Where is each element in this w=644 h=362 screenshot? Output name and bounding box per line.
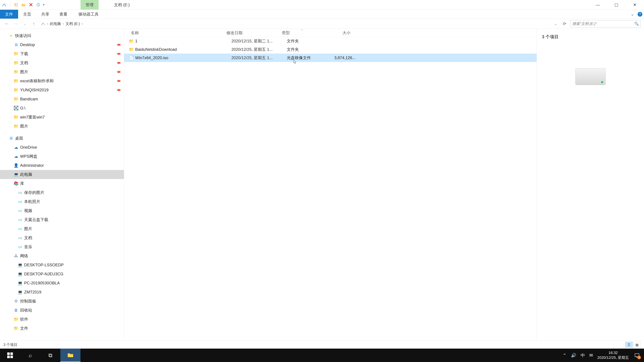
sidebar-item[interactable]: 👤 Administrator bbox=[0, 161, 124, 170]
folder-icon: 📁 bbox=[14, 326, 18, 331]
file-row[interactable]: 📁 BaiduNetdiskDownload 2020/12/25, 星期五 1… bbox=[124, 45, 537, 54]
library-item-icon: ▭ bbox=[18, 217, 22, 222]
sidebar-item[interactable]: 📁 YUNQISHI2019📌 bbox=[0, 85, 124, 94]
sidebar-desktop-root[interactable]: 🖥桌面 bbox=[0, 134, 124, 143]
chevron-right-icon[interactable]: › bbox=[62, 22, 64, 26]
qat-customize-dropdown-icon[interactable]: ▾ bbox=[43, 3, 44, 6]
breadcrumb-root-icon[interactable] bbox=[41, 22, 45, 25]
start-button[interactable] bbox=[0, 349, 20, 362]
sidebar-network-root[interactable]: 🖧网络 bbox=[0, 251, 124, 260]
sidebar-item-label: WPS网盘 bbox=[20, 154, 38, 159]
tray-volume-icon[interactable]: 🔊 bbox=[571, 353, 576, 358]
sidebar-item-label: 此电脑 bbox=[20, 172, 32, 177]
view-thumbnails-button[interactable]: ▦ bbox=[633, 342, 641, 348]
search-box[interactable]: 🔍 bbox=[570, 20, 641, 27]
sidebar-item-label: 回收站 bbox=[20, 308, 32, 313]
sidebar-item[interactable]: ▭ 保存的图片 bbox=[0, 188, 124, 197]
action-center-button[interactable]: 3 bbox=[633, 352, 641, 359]
nav-back-button[interactable]: ← bbox=[3, 20, 10, 27]
sidebar-quick-access[interactable]: ★快速访问 bbox=[0, 31, 124, 40]
sort-indicator-icon: ⌃ bbox=[300, 29, 303, 32]
sidebar-item[interactable]: ▭ 图片 bbox=[0, 224, 124, 233]
close-button[interactable]: ✕ bbox=[626, 0, 644, 9]
folder-icon: 📁 bbox=[14, 97, 18, 101]
file-row[interactable]: 📁 1 2020/12/15, 星期二 1... 文件夹 bbox=[124, 37, 537, 45]
nav-recent-dropdown-icon[interactable]: ⌄ bbox=[22, 20, 28, 27]
sidebar-item[interactable]: 🗑 回收站 bbox=[0, 306, 124, 315]
sidebar-item[interactable]: 📁 文档📌 bbox=[0, 58, 124, 67]
sidebar-item-label: DESKTOP-NJEU3CG bbox=[24, 272, 64, 276]
file-row[interactable]: 📄 Win7x64_2020.iso 2020/12/25, 星期五 1... … bbox=[124, 54, 537, 62]
ribbon-tab-drive-tools[interactable]: 驱动器工具 bbox=[74, 10, 104, 18]
ribbon-tab-home[interactable]: 主页 bbox=[18, 10, 36, 18]
tray-overflow-icon[interactable]: ⌃ bbox=[563, 353, 566, 358]
sidebar-item[interactable]: 💽 G:\ bbox=[0, 104, 124, 113]
sidebar-item[interactable]: ☁ WPS网盘 bbox=[0, 152, 124, 161]
column-header-size[interactable]: 大小 bbox=[324, 30, 352, 35]
help-icon[interactable]: ? bbox=[638, 12, 642, 16]
sidebar-item[interactable]: 💻 PC-20190530OBLA bbox=[0, 279, 124, 288]
sidebar-item[interactable]: 💻 DESKTOP-NJEU3CG bbox=[0, 270, 124, 279]
ribbon-tab-file[interactable]: 文件 bbox=[0, 10, 18, 18]
minimize-button[interactable]: — bbox=[589, 0, 607, 9]
navigation-pane[interactable]: ★快速访问 🖥 Desktop📌 📁 下载📌 📁 文档📌 📁 图片📌 📁 exc… bbox=[0, 29, 124, 341]
nav-forward-button[interactable]: → bbox=[12, 20, 19, 27]
file-list[interactable]: 名称 修改日期 类型 大小 ⌃ 📁 1 2020/12/15, 星期二 1...… bbox=[124, 29, 537, 341]
sidebar-item-label: 控制面板 bbox=[20, 299, 36, 304]
chevron-right-icon[interactable]: › bbox=[46, 22, 49, 26]
taskbar-clock[interactable]: 16:32 2020/12/25, 星期五 bbox=[598, 351, 629, 360]
sidebar-item[interactable]: ▭ 天翼云盘下载 bbox=[0, 215, 124, 224]
column-header-name[interactable]: 名称 bbox=[124, 30, 223, 35]
sidebar-item[interactable]: 📚 库 bbox=[0, 179, 124, 188]
taskbar-file-explorer-button[interactable] bbox=[60, 349, 80, 362]
ribbon-tab-view[interactable]: 查看 bbox=[54, 10, 72, 18]
sidebar-item[interactable]: 📁 下载📌 bbox=[0, 49, 124, 58]
sidebar-item[interactable]: ▭ 音乐 bbox=[0, 242, 124, 251]
sidebar-item[interactable]: 📁 Bandicam bbox=[0, 94, 124, 104]
sidebar-item[interactable]: 💻 DESKTOP-LSSOEDP bbox=[0, 260, 124, 270]
chevron-right-icon[interactable]: › bbox=[81, 22, 83, 26]
sidebar-item[interactable]: 📁 文件 bbox=[0, 324, 124, 333]
nav-up-button[interactable]: ↑ bbox=[30, 20, 37, 27]
tray-ime-indicator[interactable]: 中 bbox=[580, 353, 585, 358]
maximize-button[interactable]: ▢ bbox=[607, 0, 626, 9]
recycle-bin-icon: 🗑 bbox=[14, 308, 18, 313]
ribbon-tab-share[interactable]: 共享 bbox=[36, 10, 54, 18]
sidebar-item[interactable]: ▭ 视频 bbox=[0, 206, 124, 215]
qat-delete-icon[interactable]: ✕ bbox=[28, 2, 33, 7]
svg-rect-5 bbox=[10, 356, 13, 358]
sidebar-item[interactable]: 🖥 Desktop📌 bbox=[0, 40, 124, 49]
sidebar-item[interactable]: ▭ 本机照片 bbox=[0, 197, 124, 206]
breadcrumb[interactable]: › 此电脑 › 文档 (E:) › ⌄ bbox=[40, 21, 559, 26]
taskbar[interactable]: ⌕ ⧉ ⌃ 🔊 中 ✉ 16:32 2020/12/25, 星期五 3 bbox=[0, 349, 644, 362]
sidebar-item[interactable]: 📁 excel表格制作求和📌 bbox=[0, 76, 124, 85]
qat-new-folder-icon[interactable] bbox=[21, 2, 26, 7]
sidebar-item[interactable]: ⚙ 控制面板 bbox=[0, 297, 124, 306]
taskbar-search-button[interactable]: ⌕ bbox=[20, 349, 40, 362]
sidebar-item-label: excel表格制作求和 bbox=[20, 78, 54, 84]
refresh-button[interactable]: ⟳ bbox=[561, 21, 568, 26]
view-details-button[interactable]: ☰ bbox=[625, 342, 632, 348]
sidebar-item[interactable]: 📁 win7重装win7 bbox=[0, 113, 124, 122]
search-input[interactable] bbox=[572, 22, 638, 26]
tray-mail-icon[interactable]: ✉ bbox=[589, 353, 593, 358]
breadcrumb-history-dropdown-icon[interactable]: ⌄ bbox=[554, 22, 557, 26]
search-icon[interactable]: 🔍 bbox=[634, 22, 639, 26]
contextual-tab-manage[interactable]: 管理 bbox=[80, 0, 98, 9]
sidebar-item[interactable]: ▭ 文档 bbox=[0, 233, 124, 242]
breadcrumb-segment[interactable]: 此电脑 bbox=[50, 21, 61, 26]
qat-undo-icon[interactable] bbox=[36, 2, 41, 7]
sidebar-item[interactable]: 📁 图片📌 bbox=[0, 67, 124, 76]
column-headers[interactable]: 名称 修改日期 类型 大小 ⌃ bbox=[124, 29, 537, 37]
sidebar-item[interactable]: 💻 ZMT2019 bbox=[0, 288, 124, 297]
column-header-date[interactable]: 修改日期 bbox=[223, 30, 278, 35]
sidebar-item[interactable]: 📁 软件 bbox=[0, 315, 124, 324]
sidebar-item[interactable]: 📁 图片 bbox=[0, 122, 124, 131]
sidebar-item[interactable]: 💻 此电脑 bbox=[0, 170, 124, 179]
breadcrumb-segment[interactable]: 文档 (E:) bbox=[66, 21, 80, 26]
sidebar-item[interactable]: ☁ OneDrive bbox=[0, 143, 124, 152]
taskbar-taskview-button[interactable]: ⧉ bbox=[40, 349, 60, 362]
qat-properties-icon[interactable] bbox=[14, 2, 18, 7]
ribbon-expand-icon[interactable]: ⌄ bbox=[630, 11, 634, 17]
sidebar-item-label: 快速访问 bbox=[15, 33, 31, 38]
